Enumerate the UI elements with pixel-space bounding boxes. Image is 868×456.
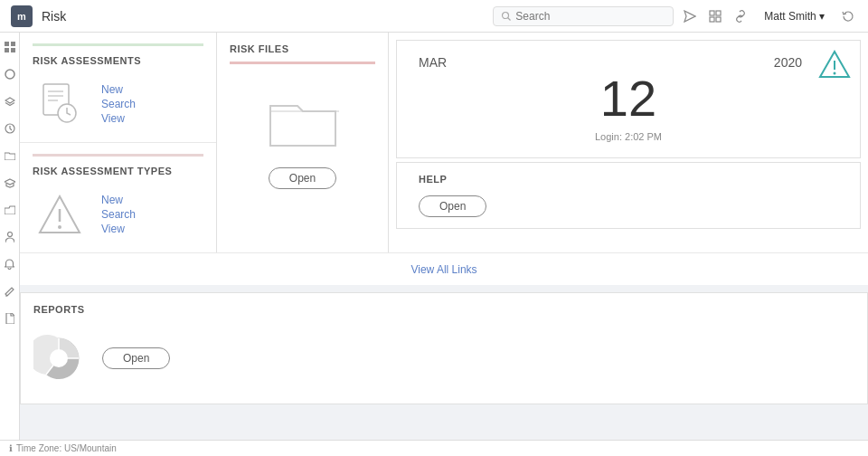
- svg-rect-8: [11, 42, 15, 46]
- main-layout: RISK ASSESSMENTS: [0, 33, 868, 440]
- grid-icon[interactable]: [706, 7, 724, 25]
- reports-title: REPORTS: [33, 304, 854, 315]
- rat-icon-area: [33, 187, 87, 242]
- top-section: RISK ASSESSMENTS: [20, 33, 868, 252]
- ra-link-search[interactable]: Search: [101, 98, 136, 110]
- risk-assessment-types-title: RISK ASSESSMENT TYPES: [33, 166, 203, 176]
- status-bar: ℹ Time Zone: US/Mountain: [0, 440, 868, 456]
- sidebar-icon-file[interactable]: [3, 311, 17, 326]
- info-icon: ℹ: [9, 443, 13, 453]
- sidebar-icon-circle[interactable]: [3, 67, 17, 81]
- send-icon[interactable]: [681, 7, 699, 25]
- svg-rect-3: [710, 11, 714, 15]
- date-day-container: 12: [419, 73, 838, 124]
- svg-rect-10: [11, 48, 15, 52]
- help-title: HELP: [419, 174, 838, 185]
- risk-files-open-button[interactable]: Open: [269, 167, 336, 189]
- user-menu[interactable]: Matt Smith ▾: [764, 10, 825, 23]
- search-box[interactable]: [493, 6, 674, 26]
- warning-icon: [36, 193, 83, 236]
- date-day: 12: [419, 73, 838, 124]
- svg-point-0: [503, 12, 509, 18]
- rat-content: New Search View: [33, 187, 203, 242]
- top-header: m Risk Matt Smith ▾: [0, 0, 868, 33]
- ra-content: New Search View: [33, 77, 203, 131]
- date-widget: MAR 2020 12 Login: 2:02 PM: [396, 40, 861, 158]
- svg-point-15: [7, 233, 12, 237]
- svg-rect-7: [5, 42, 9, 46]
- date-warning-icon: [818, 50, 851, 81]
- risk-assessment-types-panel: RISK ASSESSMENT TYPES New: [20, 143, 216, 252]
- date-year: 2020: [774, 55, 802, 70]
- risk-files-title: RISK FILES: [230, 43, 375, 64]
- date-month-year-row: MAR 2020: [419, 55, 838, 70]
- rat-link-new[interactable]: New: [101, 194, 136, 206]
- date-month: MAR: [419, 55, 447, 70]
- svg-line-1: [508, 17, 511, 20]
- ra-divider: [33, 43, 203, 46]
- help-open-button[interactable]: Open: [419, 195, 486, 217]
- pie-chart-icon: [33, 333, 84, 384]
- svg-rect-9: [5, 48, 9, 52]
- reports-section: REPORTS Open: [20, 292, 868, 404]
- sidebar-icon-layers[interactable]: [3, 94, 17, 109]
- reports-open-button[interactable]: Open: [102, 347, 170, 369]
- rat-divider: [33, 154, 203, 157]
- sidebar-icon-folder2[interactable]: [3, 203, 17, 217]
- svg-rect-4: [716, 11, 721, 15]
- sidebar-icon-grid[interactable]: [3, 40, 17, 54]
- ra-link-new[interactable]: New: [101, 83, 136, 96]
- sidebar-icon-clock[interactable]: [3, 121, 17, 136]
- folder-icon: [267, 91, 339, 149]
- svg-marker-12: [5, 98, 14, 103]
- timezone-text: Time Zone: US/Mountain: [16, 443, 117, 453]
- search-input[interactable]: [515, 10, 665, 23]
- svg-point-24: [58, 225, 61, 229]
- content-area: RISK ASSESSMENTS: [20, 33, 868, 440]
- rat-link-view[interactable]: View: [101, 223, 136, 235]
- svg-marker-2: [684, 11, 695, 22]
- risk-assessments-title: RISK ASSESSMENTS: [33, 55, 203, 66]
- svg-rect-6: [716, 17, 721, 22]
- ra-link-view[interactable]: View: [101, 112, 136, 125]
- sidebar-icon-folder[interactable]: [3, 148, 17, 163]
- right-widgets: MAR 2020 12 Login: 2:02 PM HELP Open: [389, 33, 868, 252]
- refresh-icon[interactable]: [839, 7, 857, 25]
- header-icons: Matt Smith ▾: [681, 7, 857, 25]
- rat-links: New Search View: [101, 194, 136, 235]
- sidebar-icon-graduation[interactable]: [3, 176, 17, 190]
- link-icon[interactable]: [731, 7, 750, 25]
- sidebar-icon-edit[interactable]: [3, 284, 17, 299]
- svg-point-11: [5, 70, 14, 79]
- left-sidebar: [0, 33, 20, 440]
- left-panels: RISK ASSESSMENTS: [20, 33, 217, 252]
- page-title: Risk: [42, 9, 493, 24]
- ra-links: New Search View: [101, 83, 136, 125]
- svg-rect-5: [710, 17, 714, 22]
- document-clock-icon: [36, 81, 83, 128]
- view-all-links[interactable]: View All Links: [410, 263, 476, 276]
- reports-content: Open: [33, 324, 854, 393]
- date-login-time: Login: 2:02 PM: [419, 129, 838, 143]
- search-icon: [501, 11, 512, 22]
- sidebar-icon-person[interactable]: [3, 230, 17, 244]
- risk-assessments-panel: RISK ASSESSMENTS: [20, 33, 216, 143]
- risk-files-body: Open: [230, 64, 375, 207]
- sidebar-icon-bell[interactable]: [3, 257, 17, 271]
- help-widget: HELP Open: [396, 162, 861, 229]
- ra-icon-area: [33, 77, 87, 131]
- rat-link-search[interactable]: Search: [101, 208, 136, 221]
- risk-files-panel: RISK FILES Open: [217, 33, 389, 252]
- app-logo: m: [11, 5, 33, 27]
- view-all-section: View All Links: [20, 252, 868, 285]
- svg-point-27: [834, 72, 836, 75]
